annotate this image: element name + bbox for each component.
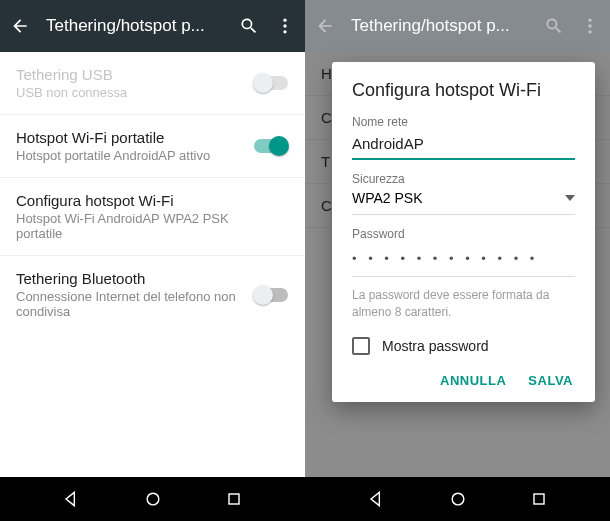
back-icon — [315, 16, 335, 36]
security-select[interactable]: WPA2 PSK — [352, 186, 575, 215]
svg-point-6 — [588, 24, 591, 27]
overflow-menu-icon — [580, 16, 600, 36]
toolbar: Tethering/hotspot p... — [0, 0, 305, 52]
bluetooth-tethering-row[interactable]: Tethering Bluetooth Connessione Internet… — [0, 256, 305, 333]
wifi-hotspot-switch[interactable] — [253, 136, 289, 156]
dialog-title: Configura hotspot Wi-Fi — [352, 80, 575, 101]
show-password-row[interactable]: Mostra password — [352, 331, 575, 363]
nav-recent-icon[interactable] — [224, 489, 244, 509]
nav-back-icon[interactable] — [61, 489, 81, 509]
bluetooth-tethering-switch[interactable] — [253, 285, 289, 305]
screen-dialog: Tethering/hotspot p... H C T C Configura… — [305, 0, 610, 521]
svg-point-3 — [147, 493, 159, 505]
nav-home-icon[interactable] — [448, 489, 468, 509]
password-label: Password — [352, 227, 575, 241]
svg-point-1 — [283, 24, 286, 27]
configure-hotspot-row[interactable]: Configura hotspot Wi-Fi Hotspot Wi-Fi An… — [0, 178, 305, 256]
toolbar-title: Tethering/hotspot p... — [351, 16, 528, 36]
password-hint: La password deve essere formata da almen… — [352, 277, 575, 331]
show-password-label: Mostra password — [382, 338, 489, 354]
security-label: Sicurezza — [352, 172, 575, 186]
usb-tethering-switch — [253, 73, 289, 93]
settings-list: Tethering USB USB non connessa Hotspot W… — [0, 52, 305, 477]
svg-point-7 — [588, 30, 591, 33]
nav-bar — [305, 477, 610, 521]
back-icon[interactable] — [10, 16, 30, 36]
nav-bar — [0, 477, 305, 521]
svg-point-0 — [283, 19, 286, 22]
configure-hotspot-dialog: Configura hotspot Wi-Fi Nome rete Androi… — [332, 62, 595, 402]
overflow-menu-icon[interactable] — [275, 16, 295, 36]
cancel-button[interactable]: ANNULLA — [440, 373, 506, 388]
network-name-input[interactable]: AndroidAP — [352, 129, 575, 160]
search-icon — [544, 16, 564, 36]
svg-point-2 — [283, 30, 286, 33]
network-name-label: Nome rete — [352, 115, 575, 129]
svg-rect-9 — [534, 494, 544, 504]
svg-point-5 — [588, 19, 591, 22]
show-password-checkbox[interactable] — [352, 337, 370, 355]
screen-settings-list: Tethering/hotspot p... Tethering USB USB… — [0, 0, 305, 521]
dialog-actions: ANNULLA SALVA — [352, 363, 575, 392]
wifi-hotspot-row[interactable]: Hotspot Wi-Fi portatile Hotspot portatil… — [0, 115, 305, 178]
search-icon[interactable] — [239, 16, 259, 36]
nav-recent-icon[interactable] — [529, 489, 549, 509]
nav-back-icon[interactable] — [366, 489, 386, 509]
password-input[interactable]: • • • • • • • • • • • • — [352, 241, 575, 277]
save-button[interactable]: SALVA — [528, 373, 573, 388]
chevron-down-icon — [565, 195, 575, 201]
svg-point-8 — [452, 493, 464, 505]
toolbar-title: Tethering/hotspot p... — [46, 16, 223, 36]
svg-rect-4 — [229, 494, 239, 504]
toolbar-dim: Tethering/hotspot p... — [305, 0, 610, 52]
nav-home-icon[interactable] — [143, 489, 163, 509]
usb-tethering-row: Tethering USB USB non connessa — [0, 52, 305, 115]
